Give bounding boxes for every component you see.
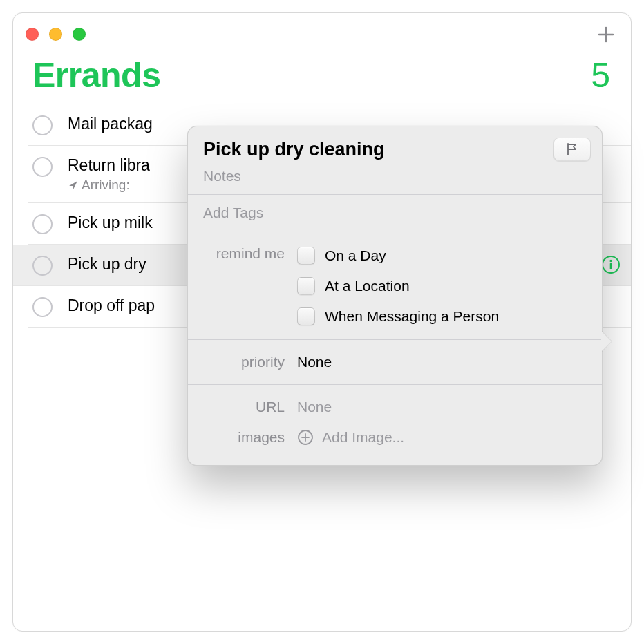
url-row[interactable]: URL None — [203, 392, 587, 422]
remind-me-row: remind me On a Day At a Location When Me… — [203, 241, 587, 330]
remind-location-row[interactable]: At a Location — [297, 277, 499, 295]
complete-checkbox[interactable] — [32, 214, 53, 234]
svg-point-1 — [609, 260, 612, 262]
complete-checkbox[interactable] — [32, 256, 53, 276]
at-location-checkbox[interactable] — [297, 277, 315, 295]
on-day-label: On a Day — [325, 247, 386, 264]
remind-me-section: remind me On a Day At a Location When Me… — [188, 231, 602, 339]
popover-header: Pick up dry cleaning — [188, 126, 602, 165]
tags-placeholder: Add Tags — [203, 205, 263, 220]
reminder-title: Mail packag — [68, 114, 153, 135]
fullscreen-window-button[interactable] — [73, 28, 86, 41]
remind-me-label: remind me — [203, 245, 297, 262]
remind-messaging-row[interactable]: When Messaging a Person — [297, 307, 499, 325]
popover-title[interactable]: Pick up dry cleaning — [203, 139, 385, 160]
reminder-body: Return libra Arriving: — [68, 155, 150, 193]
complete-checkbox[interactable] — [32, 157, 53, 177]
complete-checkbox[interactable] — [32, 115, 53, 135]
tags-field[interactable]: Add Tags — [188, 194, 602, 231]
reminder-body: Pick up milk — [68, 213, 153, 234]
reminder-sub-text: Arriving: — [82, 178, 130, 193]
add-image-button[interactable]: Add Image... — [297, 429, 404, 446]
reminder-title: Pick up milk — [68, 213, 153, 234]
flag-button[interactable] — [553, 138, 591, 161]
list-title: Errands — [32, 55, 160, 95]
location-arrow-icon — [68, 180, 79, 191]
reminder-title: Return libra — [68, 155, 150, 176]
close-window-button[interactable] — [26, 28, 39, 41]
toolbar-right — [594, 22, 618, 47]
priority-value: None — [297, 354, 332, 370]
reminder-subtitle: Arriving: — [68, 178, 150, 193]
add-image-label: Add Image... — [322, 429, 404, 446]
svg-rect-2 — [610, 263, 612, 269]
notes-field[interactable]: Notes — [188, 165, 602, 194]
minimize-window-button[interactable] — [49, 28, 62, 41]
reminder-title: Pick up dry — [68, 254, 146, 275]
titlebar — [13, 13, 631, 55]
when-messaging-checkbox[interactable] — [297, 307, 315, 325]
when-messaging-label: When Messaging a Person — [325, 308, 499, 325]
priority-label: priority — [203, 354, 297, 370]
list-header: Errands 5 — [13, 55, 631, 104]
traffic-lights — [26, 28, 86, 41]
reminders-window: Errands 5 Mail packag Return libra Arriv… — [12, 12, 632, 632]
images-row: images Add Image... — [203, 422, 587, 453]
url-images-section: URL None images Add Image... — [188, 384, 602, 465]
notes-placeholder: Notes — [203, 168, 241, 184]
info-button[interactable] — [600, 254, 621, 275]
plus-circle-icon — [297, 429, 314, 446]
list-count: 5 — [591, 55, 612, 95]
reminder-details-popover: Pick up dry cleaning Notes Add Tags remi… — [187, 126, 603, 466]
reminder-body: Mail packag — [68, 114, 153, 135]
remind-on-day-row[interactable]: On a Day — [297, 247, 499, 265]
at-location-label: At a Location — [325, 278, 410, 294]
complete-checkbox[interactable] — [32, 297, 53, 317]
reminder-body: Drop off pap — [68, 296, 155, 316]
priority-section: priority None — [188, 339, 602, 384]
info-icon — [601, 255, 621, 274]
flag-icon — [565, 142, 580, 157]
url-value: None — [297, 399, 332, 415]
images-label: images — [203, 429, 297, 446]
add-reminder-button[interactable] — [594, 22, 618, 47]
reminder-title: Drop off pap — [68, 296, 155, 316]
remind-me-options: On a Day At a Location When Messaging a … — [297, 245, 499, 325]
priority-row[interactable]: priority None — [203, 350, 587, 375]
reminder-body: Pick up dry — [68, 254, 146, 275]
on-day-checkbox[interactable] — [297, 247, 315, 265]
url-label: URL — [203, 399, 297, 415]
